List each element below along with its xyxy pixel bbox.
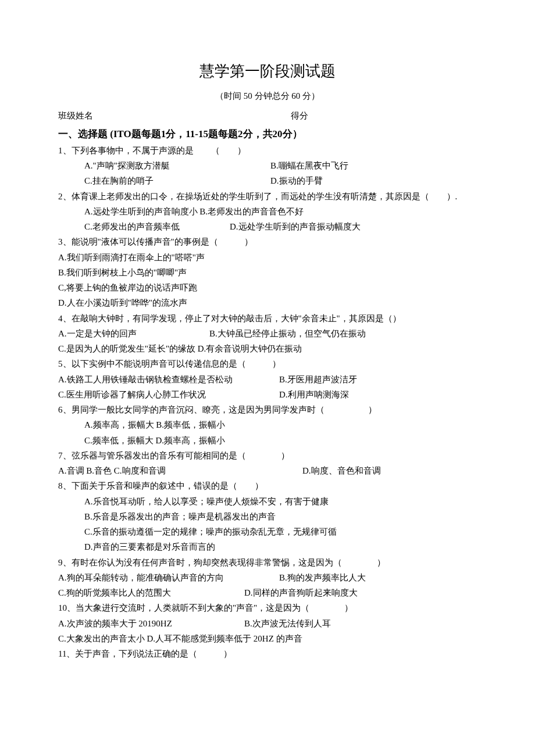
q10-opt-a: A.次声波的频率大于 20190HZ — [58, 616, 244, 631]
q8-opt-d: D.声音的三要素都是对乐音而言的 — [58, 539, 477, 554]
q5-opt-b: B.牙医用超声波洁牙 — [279, 372, 357, 387]
q8-opt-c: C.乐音的振动遵循一定的规律；噪声的振动杂乱无章，无规律可循 — [58, 524, 477, 539]
section-head-tail: 分，共 — [243, 128, 273, 139]
q3-stem: 3、能说明"液体可以传播声音"的事例是（ ） — [58, 234, 477, 249]
q9-opt-b: B.狗的发声频率比人大 — [279, 570, 366, 585]
q1-opt-b: B.嘣蝠在黑夜中飞行 — [270, 158, 477, 173]
q10-opt-b: B.次声波无法传到人耳 — [244, 616, 331, 631]
section-head-range: 11-15 — [186, 128, 208, 139]
section-head-total: 20 — [273, 128, 283, 139]
q5-line2: C.医生用听诊器了解病人心肺工作状况 D.利用声呐测海深 — [58, 387, 477, 402]
q2-line1: A.远处学生听到的声音响度小 B.老师发出的声音音色不好 — [58, 204, 477, 219]
q2-opt-d: D.远处学生听到的声音振动幅度大 — [230, 219, 361, 234]
q1-opt-a: A."声呐"探测敌方潜艇 — [84, 158, 270, 173]
q4-opt-a: A.一定是大钟的回声 — [58, 326, 209, 341]
q10-line1: A.次声波的频率大于 20190HZ B.次声波无法传到人耳 — [58, 616, 477, 631]
q2-line2: C.老师发出的声音频率低 D.远处学生听到的声音振动幅度大 — [58, 219, 477, 234]
section-head-2pt: 2 — [238, 128, 243, 139]
section-head-end: 分） — [283, 128, 302, 139]
q9-line1: A.狗的耳朵能转动，能准确确认声音的方向 B.狗的发声频率比人大 — [58, 570, 477, 585]
q7-opts-abc: A.音调 B.音色 C.响度和音调 — [58, 463, 302, 478]
q5-line1: A.铁路工人用铁锤敲击钢轨检查螺栓是否松动 B.牙医用超声波洁牙 — [58, 372, 477, 387]
q8-opt-b: B.乐音是乐器发出的声音；噪声是机器发出的声音 — [58, 509, 477, 524]
q8-stem: 8、下面关于乐音和噪声的叙述中，错误的是（ ） — [58, 478, 477, 493]
q7-line1: A.音调 B.音色 C.响度和音调 D.响度、音色和音调 — [58, 463, 477, 478]
section-head-sep: 分， — [166, 128, 186, 139]
q9-line2: C.狗的听觉频率比人的范围大 D.同样的声音狗听起来响度大 — [58, 585, 477, 600]
q9-stem: 9、有时在你认为没有任何声音时，狗却突然表现得非常警惕，这是因为（ ） — [58, 555, 477, 570]
q3-opt-a: A.我们听到雨滴打在雨伞上的"嗒嗒"声 — [58, 250, 477, 265]
q4-stem: 4、在敲响大钟时，有同学发现，停止了对大钟的敲击后，大钟"余音未止"，其原因是（… — [58, 311, 477, 326]
q1-opt-c: C.挂在胸前的哨子 — [84, 173, 270, 188]
q1-row1: A."声呐"探测敌方潜艇 B.嘣蝠在黑夜中飞行 — [58, 158, 477, 173]
q5-stem: 5、以下实例中不能说明声音可以传递信息的是（ ） — [58, 356, 477, 371]
q9-opt-a: A.狗的耳朵能转动，能准确确认声音的方向 — [58, 570, 279, 585]
q4-line1: A.一定是大钟的回声 B.大钟虽已经停止振动，但空气仍在振动 — [58, 326, 477, 341]
q4-line2: C.是因为人的听觉发生"延长"的缘故 D.有余音说明大钟仍在振动 — [58, 341, 477, 356]
q6-stem: 6、男同学一般比女同学的声音沉闷、瞭亮，这是因为男同学发声时（ ） — [58, 402, 477, 417]
q3-opt-d: D.人在小溪边听到"哗哗"的流水声 — [58, 295, 477, 310]
q5-opt-c: C.医生用听诊器了解病人心肺工作状况 — [58, 387, 279, 402]
section-head-mid2: 题每题 — [208, 128, 238, 139]
q7-opt-d: D.响度、音色和音调 — [302, 463, 381, 478]
q9-opt-d: D.同样的声音狗听起来响度大 — [244, 585, 358, 600]
section-1-heading: 一、选择题 (ITO题每题1分，11-15题每题2分，共20分） — [58, 126, 477, 143]
q11-stem: 11、关于声音，下列说法正确的是（ ） — [58, 646, 477, 661]
q5-opt-a: A.铁路工人用铁锤敲击钢轨检查螺栓是否松动 — [58, 372, 279, 387]
q2-opt-c: C.老师发出的声音频率低 — [84, 219, 230, 234]
section-head-mid: 题每题 — [131, 128, 161, 139]
page-subtitle: （时间 50 分钟总分 60 分） — [58, 88, 477, 103]
q8-opt-a: A.乐音悦耳动听，给人以享受；噪声使人烦燥不安，有害于健康 — [58, 494, 477, 509]
page-title: 慧学第一阶段测试题 — [58, 58, 477, 85]
q1-row2: C.挂在胸前的哨子 D.振动的手臂 — [58, 173, 477, 188]
q1-opt-d: D.振动的手臂 — [270, 173, 477, 188]
q10-stem: 10、当大象进行交流时，人类就听不到大象的"声音"，这是因为（ ） — [58, 600, 477, 615]
q3-opt-b: B.我们听到树枝上小鸟的"唧唧"声 — [58, 265, 477, 280]
q3-opt-c: C,将要上钩的鱼被岸边的说话声吓跑 — [58, 280, 477, 295]
q7-stem: 7、弦乐器与管乐器发出的音乐有可能相同的是（ ） — [58, 448, 477, 463]
score-label: 得分 — [291, 108, 308, 123]
q6-line1: A.频率高，振幅大 B.频率低，振幅小 — [58, 417, 477, 432]
q2-stem: 2、体育课上老师发出的口令，在操场近处的学生听到了，而远处的学生没有听清楚，其原… — [58, 189, 477, 204]
q6-line2: C.频率低，振幅大 D.频率高，振幅小 — [58, 433, 477, 448]
q4-opt-b: B.大钟虽已经停止振动，但空气仍在振动 — [209, 326, 366, 341]
section-head-prefix: 一、选择题 (ITO — [58, 128, 131, 139]
q10-line2: C.大象发出的声音太小 D.人耳不能感觉到频率低于 20HZ 的声音 — [58, 631, 477, 646]
q1-stem: 1、下列各事物中，不属于声源的是 （ ） — [58, 143, 477, 158]
q5-opt-d: D.利用声呐测海深 — [279, 387, 349, 402]
header-row: 班级姓名 得分 — [58, 108, 477, 123]
q9-opt-c: C.狗的听觉频率比人的范围大 — [58, 585, 244, 600]
class-name-label: 班级姓名 — [58, 108, 93, 123]
